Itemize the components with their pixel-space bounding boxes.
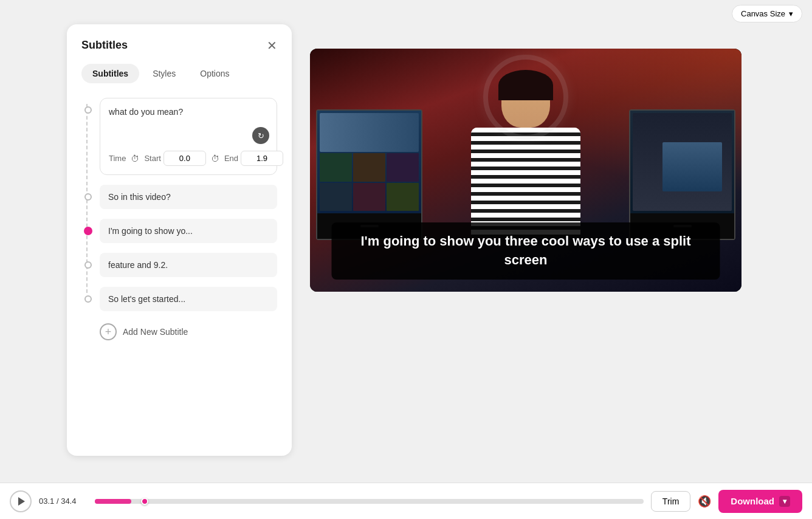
end-field: End	[224, 151, 283, 166]
timeline-dot-2	[84, 193, 92, 201]
timeline-dot-4	[84, 261, 92, 269]
shirt-stripes	[471, 128, 580, 237]
end-input[interactable]	[241, 151, 283, 166]
start-input[interactable]	[163, 151, 206, 166]
monitor-right	[629, 109, 735, 240]
eiffel-bg	[662, 142, 722, 191]
subtitle-text-5[interactable]: So let's get started...	[100, 287, 277, 311]
clock-icon-2: ⏱	[211, 154, 219, 163]
subtitle-item-3: I'm going to show yo...	[100, 219, 277, 243]
subtitle-expanded-1[interactable]: what do you mean? ↻ Time ⏱ Start ⏱ En	[100, 98, 277, 175]
timeline-segment	[95, 499, 131, 504]
subtitle-item-1: what do you mean? ↻ Time ⏱ Start ⏱ En	[100, 98, 277, 175]
subtitle-text-4[interactable]: feature and 9.2.	[100, 253, 277, 277]
trim-button[interactable]: Trim	[651, 491, 690, 512]
monitor-left	[316, 109, 422, 240]
subtitle-item-5: So let's get started...	[100, 287, 277, 311]
timeline-dot-3	[84, 227, 92, 235]
tabs-container: Subtitles Styles Options	[81, 64, 277, 83]
play-button[interactable]	[10, 490, 32, 512]
video-preview: I'm going to show you three cool ways to…	[310, 49, 741, 292]
add-circle-icon: +	[100, 323, 117, 340]
monitor-left-screen	[317, 111, 421, 213]
panel-title: Subtitles	[81, 39, 128, 52]
subtitles-list: what do you mean? ↻ Time ⏱ Start ⏱ En	[81, 98, 277, 311]
video-content: I'm going to show you three cool ways to…	[310, 49, 741, 292]
tab-options[interactable]: Options	[189, 64, 240, 83]
subtitle-item-4: feature and 9.2.	[100, 253, 277, 277]
time-display: 03.1 / 34.4	[39, 497, 88, 506]
subtitle-textarea-1[interactable]: what do you mean?	[109, 107, 268, 143]
time-controls-1: Time ⏱ Start ⏱ End	[109, 151, 268, 166]
add-subtitle-button[interactable]: + Add New Subtitle	[100, 323, 188, 340]
clock-icon-1: ⏱	[131, 154, 139, 163]
subtitles-panel: Subtitles ✕ Subtitles Styles Options wha…	[67, 24, 292, 456]
time-current: 03.1	[39, 497, 54, 506]
panel-header: Subtitles ✕	[81, 39, 277, 52]
bottom-toolbar: 03.1 / 34.4 Trim 🔇 Download ▾	[0, 483, 812, 519]
timeline-dot-5	[84, 295, 92, 303]
monitor-right-content	[633, 113, 732, 211]
timeline-dot-1	[84, 106, 92, 114]
close-button[interactable]: ✕	[267, 40, 277, 52]
subtitle-text-3[interactable]: I'm going to show yo...	[100, 219, 277, 243]
tab-styles[interactable]: Styles	[142, 64, 187, 83]
time-total: 34.4	[61, 497, 76, 506]
end-label: End	[224, 154, 238, 163]
tab-subtitles[interactable]: Subtitles	[81, 64, 139, 83]
monitor-grid	[320, 153, 419, 210]
monitor-screen-content	[320, 113, 419, 152]
subtitle-text-2[interactable]: So in this video?	[100, 185, 277, 209]
start-label: Start	[144, 154, 160, 163]
subtitle-item-2: So in this video?	[100, 185, 277, 209]
start-field: Start	[144, 151, 205, 166]
sync-icon[interactable]: ↻	[252, 127, 269, 144]
volume-icon[interactable]: 🔇	[698, 495, 711, 508]
download-button[interactable]: Download ▾	[718, 490, 802, 513]
timeline-thumb	[141, 498, 148, 505]
body	[471, 128, 580, 237]
download-chevron-icon: ▾	[779, 496, 790, 507]
time-label: Time	[109, 154, 126, 163]
timeline-track[interactable]	[95, 499, 644, 504]
video-subtitle: I'm going to show you three cool ways to…	[332, 222, 720, 280]
add-subtitle-label: Add New Subtitle	[123, 327, 188, 337]
ring-light	[483, 55, 568, 140]
monitor-right-screen	[630, 111, 734, 213]
main-content: Subtitles ✕ Subtitles Styles Options wha…	[0, 0, 812, 483]
play-icon	[18, 497, 25, 506]
download-label: Download	[731, 496, 774, 506]
